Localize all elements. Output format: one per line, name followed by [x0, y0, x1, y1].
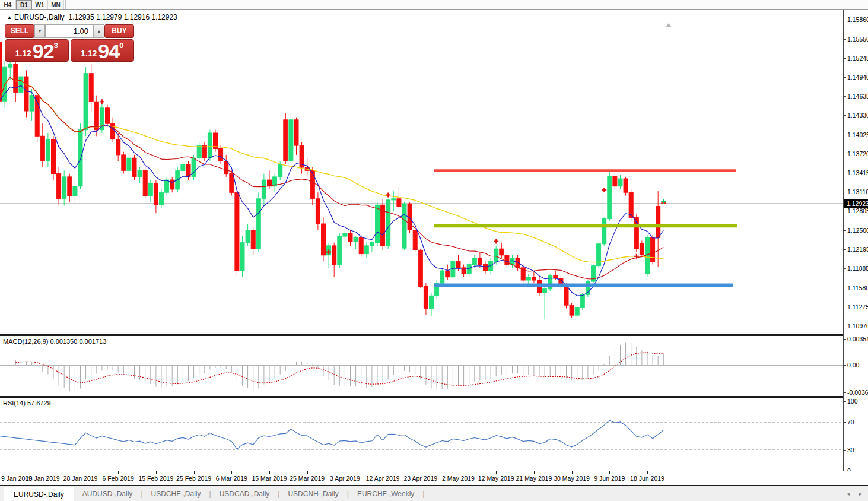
rsi-axis-tick: 100 — [847, 398, 858, 405]
axis-tick-mark — [844, 288, 846, 288]
axis-tick-mark — [844, 39, 846, 40]
tab-scroll-left-icon[interactable]: ◄ — [845, 491, 851, 497]
sell-price-tile[interactable]: 1.12 92 3 — [5, 39, 69, 62]
chart-ohlc-values: 1.12935 1.12979 1.12916 1.12923 — [68, 13, 177, 21]
price-axis-tick: 1.12195 — [847, 246, 868, 253]
chart-title: ▲EURUSD-,Daily 1.12935 1.12979 1.12916 1… — [7, 13, 177, 21]
axis-tick-mark — [844, 20, 846, 20]
date-tick-mark — [269, 471, 270, 474]
price-axis-tick: 1.11580 — [847, 284, 868, 291]
timeframe-toolbar: H4 D1 W1 MN — [0, 0, 868, 10]
rsi-label: RSI(14) 57.6729 — [3, 399, 51, 407]
date-tick-mark — [383, 471, 383, 474]
panel-separator[interactable] — [0, 396, 868, 397]
trade-cross-marker — [494, 239, 498, 244]
date-tick-mark — [609, 471, 610, 474]
ma-line — [0, 77, 663, 278]
date-axis-label: 18 Jun 2019 — [630, 475, 664, 482]
tab-eurchf-weekly[interactable]: EURCHF-,Weekly — [349, 487, 422, 501]
buy-price-tile[interactable]: 1.12 94 0 — [71, 39, 135, 62]
date-tick-mark — [231, 471, 232, 474]
date-tick-mark — [43, 471, 43, 474]
axis-tick-mark — [844, 450, 846, 451]
tab-eurusd-daily[interactable]: EURUSD-,Daily — [4, 487, 74, 501]
axis-tick-mark — [844, 77, 846, 78]
date-axis-label: 9 Jun 2019 — [594, 475, 625, 482]
axis-tick-mark — [844, 230, 846, 231]
timeframe-h4-button[interactable]: H4 — [0, 0, 16, 9]
collapse-triangle-icon[interactable]: ▲ — [7, 15, 12, 20]
volume-input[interactable]: 1.00 — [45, 24, 94, 38]
sell-price-prefix: 1.12 — [15, 47, 31, 60]
rsi-axis-tick: 30 — [847, 446, 854, 454]
axis-tick-mark — [844, 115, 846, 116]
price-chart-panel: ▲EURUSD-,Daily 1.12935 1.12979 1.12916 1… — [0, 10, 843, 334]
price-axis-tick: 1.15860 — [847, 16, 868, 23]
axis-tick-mark — [844, 211, 846, 211]
volume-increase-spinner[interactable]: ▴ — [94, 24, 104, 38]
date-tick-mark — [194, 471, 195, 474]
date-axis-label: 15 Mar 2019 — [252, 475, 287, 482]
sell-price-sup: 3 — [54, 41, 58, 50]
macd-axis-tick: 0.003518 — [847, 335, 868, 343]
axis-tick-mark — [844, 154, 846, 154]
rsi-plot[interactable] — [0, 398, 843, 471]
buy-price-prefix: 1.12 — [81, 47, 97, 60]
date-axis-label: 3 Apr 2019 — [330, 475, 360, 482]
chart-tab-bar: EURUSD-,Daily AUDUSD-,Daily | USDCHF-,Da… — [0, 485, 868, 501]
axis-tick-mark — [844, 339, 846, 340]
date-tick-mark — [421, 471, 421, 474]
price-axis-tick: 1.12500 — [847, 227, 868, 234]
volume-decrease-spinner[interactable]: ▾ — [34, 24, 45, 38]
date-axis-label: 25 Mar 2019 — [290, 475, 325, 482]
ma-line — [0, 85, 663, 296]
macd-histogram — [15, 343, 663, 393]
date-tick-mark — [118, 471, 119, 474]
axis-tick-mark — [844, 401, 846, 402]
date-axis[interactable]: 9 Jan 201918 Jan 201928 Jan 20196 Feb 20… — [0, 471, 868, 485]
date-axis-label: 12 Apr 2019 — [366, 475, 400, 482]
tab-audusd-daily[interactable]: AUDUSD-,Daily — [74, 487, 141, 501]
timeframe-d1-button[interactable]: D1 — [16, 0, 32, 9]
date-tick-mark — [5, 471, 5, 474]
trade-cross-marker — [100, 99, 104, 104]
price-axis-tick: 1.14635 — [847, 93, 868, 100]
tab-usdcnh-daily[interactable]: USDCNH-,Daily — [279, 487, 346, 501]
trade-cross-marker — [386, 192, 390, 197]
price-axis[interactable]: 1.158601.155501.152451.149401.146351.143… — [843, 10, 868, 471]
macd-plot[interactable] — [0, 336, 843, 396]
tab-usdcad-daily[interactable]: USDCAD-,Daily — [211, 487, 278, 501]
tab-separator: | — [422, 487, 424, 501]
panel-separator[interactable] — [0, 334, 868, 335]
timeframe-w1-button[interactable]: W1 — [32, 0, 48, 9]
axis-tick-mark — [844, 173, 846, 173]
date-axis-label: 30 May 2019 — [554, 475, 590, 482]
axis-tick-mark — [844, 326, 846, 326]
axis-tick-mark — [844, 307, 846, 307]
buy-button[interactable]: BUY — [104, 24, 134, 38]
date-axis-label: 25 Feb 2019 — [176, 475, 211, 482]
macd-panel: MACD(12,26,9) 0.001350 0.001713 — [0, 336, 843, 396]
chart-symbol-period: EURUSD-,Daily — [14, 13, 65, 21]
rsi-axis-tick: 70 — [847, 418, 854, 426]
date-axis-label: 15 Feb 2019 — [138, 475, 173, 482]
axis-tick-mark — [844, 249, 846, 250]
rsi-line — [0, 420, 663, 449]
date-tick-mark — [459, 471, 459, 474]
current-price-tag: 1.12923 — [844, 199, 868, 208]
macd-label: MACD(12,26,9) 0.001350 0.001713 — [3, 338, 106, 345]
date-axis-label: 6 Mar 2019 — [216, 475, 247, 482]
date-axis-label: 2 May 2019 — [442, 475, 475, 482]
tab-scroll-right-icon[interactable]: ► — [858, 491, 863, 497]
date-axis-label: 23 Apr 2019 — [403, 475, 437, 482]
rsi-panel: RSI(14) 57.6729 — [0, 398, 843, 471]
tab-usdchf-daily[interactable]: USDCHF-,Daily — [143, 487, 209, 501]
date-tick-mark — [345, 471, 345, 474]
date-tick-mark — [156, 471, 157, 474]
trading-platform-window: H4 D1 W1 MN ▲EURUSD-,Daily 1.12935 1.129… — [0, 0, 868, 501]
trade-cross-marker — [602, 188, 606, 192]
timeframe-mn-button[interactable]: MN — [48, 0, 64, 9]
macd-axis-tick: -0.00367 — [847, 389, 868, 396]
buy-price-sup: 0 — [119, 41, 123, 50]
sell-button[interactable]: SELL — [5, 24, 34, 38]
